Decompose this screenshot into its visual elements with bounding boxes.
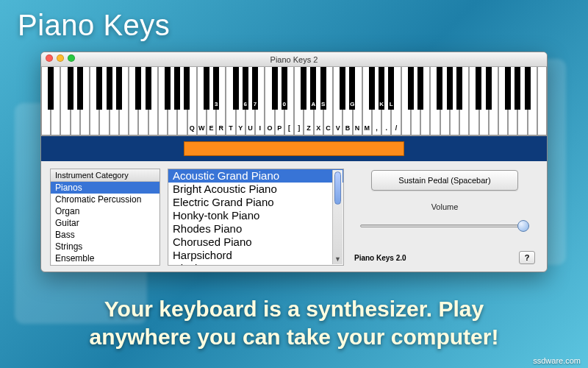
slider-track	[360, 224, 529, 227]
white-key[interactable]: V	[333, 67, 343, 135]
zoom-icon[interactable]	[68, 54, 75, 62]
white-key[interactable]	[51, 67, 60, 135]
category-item[interactable]: Chromatic Percussion	[51, 194, 159, 205]
window-title: Piano Keys 2	[270, 55, 318, 64]
white-key[interactable]: /	[391, 67, 401, 135]
instrument-item[interactable]: Bright Acoustic Piano	[168, 183, 343, 196]
help-button[interactable]: ?	[519, 251, 535, 264]
white-key[interactable]: [	[284, 67, 294, 135]
category-item[interactable]: Brass	[51, 264, 159, 265]
white-key[interactable]	[158, 67, 168, 135]
white-key[interactable]: Y	[236, 67, 245, 135]
category-header: Instrument Category	[51, 169, 159, 182]
slider-thumb[interactable]	[517, 220, 529, 232]
white-key[interactable]	[528, 67, 537, 135]
white-key[interactable]	[450, 67, 459, 135]
credit-link[interactable]: ssdware.com	[533, 356, 581, 365]
white-key[interactable]	[430, 67, 440, 135]
white-key[interactable]: Q	[187, 67, 197, 135]
instrument-listbox[interactable]: Acoustic Grand PianoBright Acoustic Pian…	[168, 169, 344, 266]
version-label: Piano Keys 2.0	[354, 254, 406, 262]
window-traffic-lights[interactable]	[46, 54, 75, 62]
instrument-item[interactable]: Acoustic Grand Piano	[168, 169, 343, 183]
white-key[interactable]: T	[226, 67, 235, 135]
white-key[interactable]	[168, 67, 177, 135]
sustain-pedal-button[interactable]: Sustain Pedal (Spacebar)	[371, 170, 518, 191]
category-item[interactable]: Guitar	[51, 217, 159, 229]
white-key[interactable]	[440, 67, 450, 135]
white-key[interactable]: M	[362, 67, 372, 135]
white-key[interactable]	[119, 67, 129, 135]
white-key[interactable]	[41, 67, 51, 135]
white-key[interactable]: P	[275, 67, 284, 135]
white-key[interactable]	[517, 67, 527, 135]
white-key[interactable]	[479, 67, 489, 135]
white-key[interactable]	[80, 67, 90, 135]
category-item[interactable]: Ensemble	[51, 252, 159, 264]
close-icon[interactable]	[46, 54, 53, 62]
category-item[interactable]: Pianos	[51, 182, 159, 194]
window-titlebar[interactable]: Piano Keys 2	[41, 52, 547, 67]
hero-title: Piano Keys	[18, 9, 170, 42]
white-key[interactable]: X	[314, 67, 323, 135]
piano-keyboard[interactable]: QWERTYUIOP[]ZXCVBNM,./ 3670ASGKL	[41, 67, 547, 136]
white-key[interactable]	[498, 67, 508, 135]
white-key[interactable]: E	[207, 67, 216, 135]
white-key[interactable]	[420, 67, 430, 135]
minimize-icon[interactable]	[57, 54, 64, 62]
white-key[interactable]	[489, 67, 498, 135]
white-key[interactable]	[177, 67, 187, 135]
instrument-item[interactable]: Clavinet	[168, 262, 343, 265]
instrument-category-listbox[interactable]: Instrument Category PianosChromatic Perc…	[50, 169, 160, 266]
white-key[interactable]: ]	[294, 67, 304, 135]
tagline: Your keyboard is a synthesizer. Play any…	[0, 295, 588, 350]
white-key[interactable]	[110, 67, 119, 135]
white-key[interactable]: B	[343, 67, 352, 135]
white-key[interactable]	[148, 67, 158, 135]
instrument-item[interactable]: Honky-tonk Piano	[168, 209, 343, 222]
white-key[interactable]: O	[265, 67, 274, 135]
white-key[interactable]	[537, 67, 547, 135]
white-key[interactable]: W	[197, 67, 207, 135]
white-key[interactable]	[138, 67, 148, 135]
play-range-indicator	[184, 141, 404, 156]
instrument-item[interactable]: Electric Grand Piano	[168, 196, 343, 209]
white-key[interactable]	[129, 67, 138, 135]
white-key[interactable]: I	[255, 67, 265, 135]
white-key[interactable]: Z	[304, 67, 313, 135]
white-key[interactable]	[401, 67, 411, 135]
instrument-item[interactable]: Chorused Piano	[168, 236, 343, 249]
white-key[interactable]	[99, 67, 109, 135]
category-item[interactable]: Organ	[51, 205, 159, 217]
white-key[interactable]	[90, 67, 99, 135]
white-key[interactable]: C	[323, 67, 333, 135]
white-key[interactable]	[60, 67, 70, 135]
white-key[interactable]: .	[381, 67, 391, 135]
volume-label: Volume	[354, 202, 535, 211]
right-controls: Sustain Pedal (Spacebar) Volume Piano Ke…	[351, 169, 538, 266]
category-item[interactable]: Strings	[51, 241, 159, 252]
white-key[interactable]	[469, 67, 478, 135]
white-key[interactable]: U	[245, 67, 255, 135]
white-key[interactable]	[411, 67, 420, 135]
white-key[interactable]	[459, 67, 469, 135]
instrument-item[interactable]: Rhodes Piano	[168, 222, 343, 236]
status-strip	[41, 136, 547, 161]
white-key[interactable]: ,	[372, 67, 381, 135]
white-key[interactable]: R	[216, 67, 226, 135]
category-item[interactable]: Bass	[51, 229, 159, 241]
white-key[interactable]	[508, 67, 517, 135]
white-key[interactable]	[71, 67, 80, 135]
white-key[interactable]: N	[353, 67, 362, 135]
volume-slider[interactable]	[360, 220, 529, 232]
controls-panel: Instrument Category PianosChromatic Perc…	[41, 161, 547, 272]
app-window: Piano Keys 2 QWERTYUIOP[]ZXCVBNM,./ 3670…	[40, 52, 548, 272]
instrument-item[interactable]: Harpsichord	[168, 249, 343, 262]
